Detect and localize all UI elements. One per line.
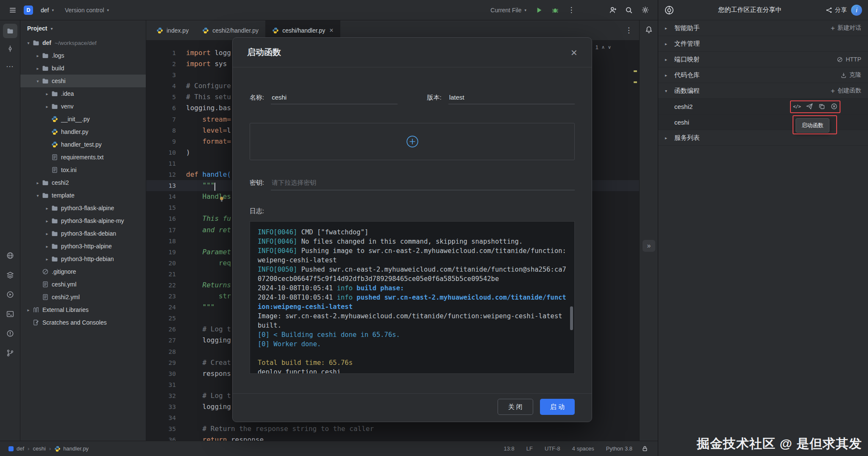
chevron-right-icon[interactable]: ▸ xyxy=(43,257,51,261)
tree-item-gitignore[interactable]: .gitignore xyxy=(20,265,146,278)
line-number[interactable]: 9 xyxy=(146,136,183,147)
search-icon[interactable] xyxy=(622,3,636,17)
tree-item-idea[interactable]: ▸.idea xyxy=(20,87,146,100)
chevron-right-icon[interactable]: ▸ xyxy=(43,244,51,249)
tree-item-python3-http-alpine[interactable]: ▸python3-http-alpine xyxy=(20,240,146,253)
start-button[interactable]: 启 动 xyxy=(540,399,575,415)
hamburger-menu-icon[interactable] xyxy=(6,3,19,17)
chevron-right-icon[interactable]: ▸ xyxy=(43,104,51,109)
tree-item-template[interactable]: ▾template xyxy=(20,189,146,202)
chevron-right-icon[interactable]: ▸ xyxy=(43,231,51,236)
chevron-right-icon[interactable]: ▸ xyxy=(34,181,42,185)
line-number[interactable]: 14 xyxy=(146,191,183,202)
line-number[interactable]: 24 xyxy=(146,302,183,313)
tree-item-ceshi2-yml[interactable]: ceshi2.yml xyxy=(20,291,146,303)
line-number[interactable]: 27 xyxy=(146,335,183,346)
line-number[interactable]: 12 xyxy=(146,169,183,180)
line-number[interactable]: 3 xyxy=(146,70,183,81)
create-function-button[interactable]: +创建函数 xyxy=(831,87,861,95)
line-number[interactable]: 33 xyxy=(146,401,183,412)
panel-section-ai-assistant[interactable]: ▸智能助手+新建对话 xyxy=(658,20,868,36)
http-button[interactable]: HTTP xyxy=(837,56,861,63)
line-number[interactable]: 25 xyxy=(146,313,183,324)
chevron-down-icon[interactable]: ▾ xyxy=(34,79,42,83)
settings-icon[interactable] xyxy=(638,3,652,17)
run-icon[interactable] xyxy=(532,3,546,17)
more-actions-icon[interactable]: ⋮ xyxy=(565,3,578,17)
terminal-tool-button[interactable] xyxy=(3,307,17,321)
line-number[interactable]: 5 xyxy=(146,92,183,103)
version-control-tool-button[interactable] xyxy=(3,346,17,360)
tree-item-python3-flask-alpine[interactable]: ▸python3-flask-alpine xyxy=(20,202,146,214)
status-utf-8[interactable]: UTF-8 xyxy=(545,445,560,452)
version-input[interactable]: latest xyxy=(448,92,575,104)
notifications-bell-icon[interactable] xyxy=(642,23,656,36)
breadcrumb-def[interactable]: def xyxy=(8,445,24,452)
line-number[interactable]: 34 xyxy=(146,412,183,423)
web-tool-button[interactable] xyxy=(3,248,17,263)
tree-item-ceshi-yml[interactable]: ceshi.yml xyxy=(20,278,146,291)
project-switcher[interactable]: def▾ xyxy=(37,3,57,17)
tree-item-scratches-and-consoles[interactable]: Scratches and Consoles xyxy=(20,316,146,329)
tree-item-build[interactable]: ▸build xyxy=(20,62,146,75)
line-number[interactable]: 23 xyxy=(146,291,183,302)
close-circle-icon[interactable] xyxy=(831,103,837,110)
panel-section-code-repository[interactable]: ▸代码仓库克隆 xyxy=(658,67,868,83)
line-number[interactable]: 2 xyxy=(146,58,183,70)
commit-tool-button[interactable] xyxy=(3,42,17,56)
line-number[interactable]: 32 xyxy=(146,390,183,401)
chevron-down-icon[interactable]: ▾ xyxy=(34,193,42,198)
line-number[interactable]: 13 xyxy=(146,180,183,191)
add-item-box[interactable] xyxy=(250,123,575,160)
tree-item-python3-http-debian[interactable]: ▸python3-http-debian xyxy=(20,253,146,265)
breadcrumb-handler-py[interactable]: handler.py xyxy=(54,445,89,452)
line-number[interactable]: 19 xyxy=(146,247,183,258)
more-tools-button[interactable]: ⋯ xyxy=(3,59,17,74)
panel-section-function-programming[interactable]: ▾函数编程+创建函数 xyxy=(658,83,868,99)
tree-item-handler-py[interactable]: handler.py xyxy=(20,125,146,138)
close-tab-icon[interactable]: × xyxy=(329,27,333,34)
add-circle-icon[interactable] xyxy=(406,135,419,148)
tree-item-python3-flask-debian[interactable]: ▸python3-flask-debian xyxy=(20,227,146,240)
line-number[interactable]: 30 xyxy=(146,368,183,379)
panel-section-port-mapping[interactable]: ▸端口映射HTTP xyxy=(658,52,868,67)
tab-index-py[interactable]: index.py xyxy=(150,20,195,40)
function-ceshi2[interactable]: ceshi2</> xyxy=(658,99,868,114)
tree-item-requirements-txt[interactable]: requirements.txt xyxy=(20,151,146,164)
close-button[interactable]: 关 闭 xyxy=(498,399,533,415)
log-output[interactable]: INFO[0046] CMD ["fwatchdog"]INFO[0046] N… xyxy=(250,221,575,374)
line-number[interactable]: 21 xyxy=(146,269,183,280)
chevron-right-icon[interactable]: ▸ xyxy=(25,308,32,312)
line-number[interactable]: 29 xyxy=(146,357,183,368)
chevron-down-icon[interactable]: ▾ xyxy=(25,41,32,45)
line-number[interactable]: 7 xyxy=(146,114,183,125)
line-number[interactable]: 18 xyxy=(146,236,183,247)
run-config-selector[interactable]: Current File▾ xyxy=(487,3,530,17)
function-ceshi[interactable]: ceshi xyxy=(658,114,868,130)
avatar[interactable]: i xyxy=(851,5,862,16)
run-tool-button[interactable] xyxy=(3,287,17,302)
expand-panel-icon[interactable]: » xyxy=(643,240,655,252)
line-number[interactable]: 15 xyxy=(146,202,183,213)
tree-item-logs[interactable]: ▸.logs xyxy=(20,49,146,62)
line-number[interactable]: 20 xyxy=(146,258,183,269)
tree-item-venv[interactable]: ▸venv xyxy=(20,100,146,113)
secret-select[interactable]: 请下拉选择密钥 xyxy=(271,177,575,190)
intention-bulb-icon[interactable] xyxy=(218,196,225,203)
tree-item-external-libraries[interactable]: ▸External Libraries xyxy=(20,303,146,316)
line-number[interactable]: 10 xyxy=(146,147,183,158)
status-lf[interactable]: LF xyxy=(526,445,533,452)
chevron-right-icon[interactable]: ▸ xyxy=(43,92,51,96)
line-number[interactable]: 22 xyxy=(146,280,183,291)
chevron-down-icon[interactable]: ∨ xyxy=(608,44,611,50)
panel-section-service-list[interactable]: ▸服务列表 xyxy=(658,130,868,146)
line-number[interactable]: 6 xyxy=(146,103,183,114)
line-number[interactable]: 11 xyxy=(146,158,183,169)
share-button[interactable]: 分享 xyxy=(826,6,847,14)
copy-icon[interactable] xyxy=(818,103,825,110)
tree-item-handler-test-py[interactable]: handler_test.py xyxy=(20,138,146,151)
tree-item-def[interactable]: ▾def~/workspace/def xyxy=(20,36,146,49)
tree-item-python3-flask-alpine-my[interactable]: ▸python3-flask-alpine-my xyxy=(20,214,146,227)
line-number[interactable]: 16 xyxy=(146,213,183,224)
project-panel-header[interactable]: Project ▾ xyxy=(20,20,146,36)
